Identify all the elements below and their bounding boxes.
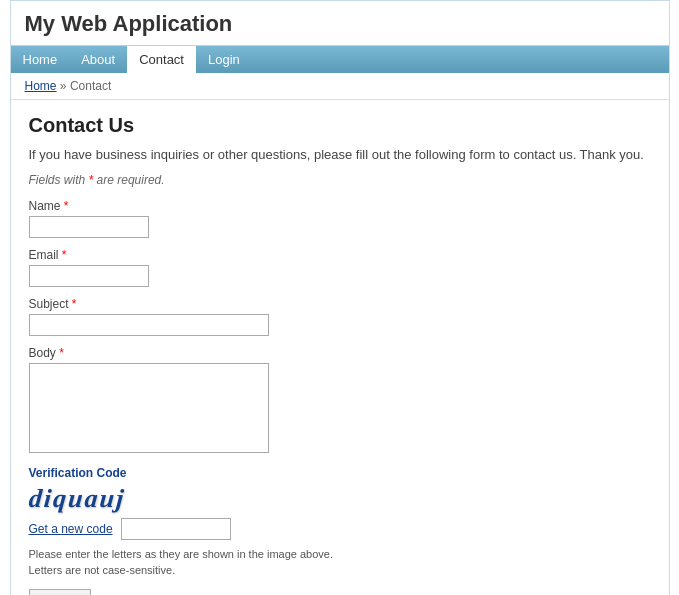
body-label: Body * [29,346,651,360]
verification-section: Verification Code diquauj Get a new code… [29,466,651,596]
name-input[interactable] [29,216,149,238]
breadcrumb-separator-arrow: » [60,79,67,93]
nav-about[interactable]: About [69,46,127,73]
asterisk-symbol: * [89,173,94,187]
body-textarea[interactable] [29,363,269,453]
captcha-image: diquauj [27,484,126,514]
body-field-group: Body * [29,346,651,456]
email-label: Email * [29,248,651,262]
breadcrumb-current-label: Contact [70,79,111,93]
subject-input[interactable] [29,314,269,336]
page-heading: Contact Us [29,114,651,137]
name-field-group: Name * [29,199,651,238]
breadcrumb: Home » Contact [11,73,669,100]
breadcrumb-home-link[interactable]: Home [25,79,57,93]
email-input[interactable] [29,265,149,287]
email-field-group: Email * [29,248,651,287]
captcha-row: Get a new code [29,518,651,540]
subject-field-group: Subject * [29,297,651,336]
captcha-input[interactable] [121,518,231,540]
name-label: Name * [29,199,651,213]
required-note: Fields with * are required. [29,173,651,187]
app-title: My Web Application [25,11,655,37]
captcha-note: Please enter the letters as they are sho… [29,546,651,579]
contact-form: Name * Email * Subject * Body * Verifica… [29,199,651,596]
main-nav: Home About Contact Login [11,46,669,73]
nav-login[interactable]: Login [196,46,252,73]
verification-label: Verification Code [29,466,651,480]
subject-label: Subject * [29,297,651,311]
intro-text: If you have business inquiries or other … [29,145,651,165]
nav-home[interactable]: Home [11,46,70,73]
submit-button[interactable]: Submit [29,589,91,596]
get-new-code-link[interactable]: Get a new code [29,522,113,536]
nav-contact[interactable]: Contact [127,46,196,73]
